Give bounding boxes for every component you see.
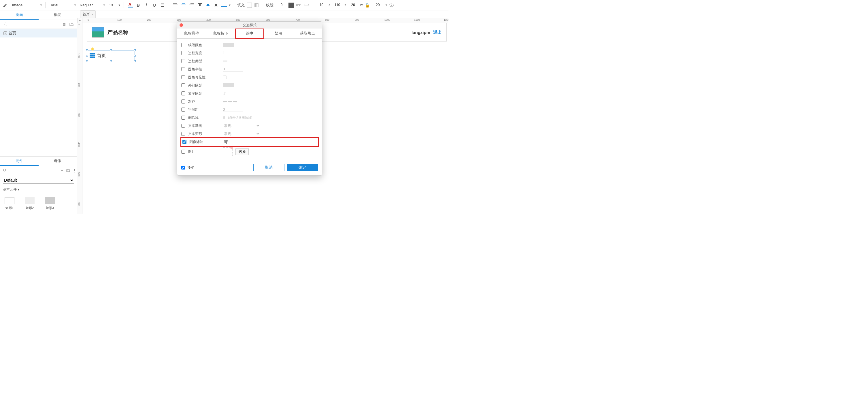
logo-icon [92,27,104,37]
widgets-search-input[interactable] [9,168,58,173]
italic-button[interactable]: I [143,2,150,9]
font-color-button[interactable] [127,2,134,9]
valign-middle-button[interactable] [204,2,211,9]
prop-text-transform-check[interactable] [181,132,185,136]
prop-label: 文本变形 [188,131,220,136]
edit-icon[interactable] [2,2,9,9]
prop-line-color-check[interactable] [181,43,185,47]
prop-label: 边框宽度 [188,51,220,56]
corner-visibility-icon[interactable] [223,75,227,79]
prop-corner-visibility-check[interactable] [181,75,185,79]
visibility-button[interactable] [388,2,395,9]
h-input[interactable] [372,2,383,8]
prop-image-filter-check[interactable] [182,140,186,144]
color-swatch[interactable] [223,43,234,47]
valign-bottom-button[interactable] [212,2,219,9]
tab-selected[interactable]: 选中 [235,29,264,38]
strikethrough-icon[interactable]: S [223,116,225,120]
ruler-corner[interactable]: ✦ [77,18,83,23]
align-center-icon[interactable] [228,100,232,103]
rotation-handle[interactable] [91,47,94,51]
library-select[interactable]: Default [3,177,74,184]
bold-button[interactable]: B [135,2,142,9]
underline-button[interactable]: U [151,2,158,9]
stroke-width-input[interactable] [276,2,287,8]
text-baseline-select[interactable]: 常规 [223,123,260,128]
tab-focus[interactable]: 获取焦点 [293,29,322,38]
dialog-titlebar[interactable]: 交互样式 [177,22,322,29]
tab-disabled[interactable]: 禁用 [264,29,293,38]
prop-outer-shadow-check[interactable] [181,83,185,87]
font-weight-dropdown[interactable]: Regular [78,1,102,9]
add-page-button[interactable]: ⊞ [61,21,67,27]
tab-masters[interactable]: 母版 [39,156,77,166]
shape-rect3[interactable]: 矩形3 [45,197,55,210]
shape-rect1[interactable]: 矩形1 [5,197,14,210]
line-style-button[interactable] [220,2,227,9]
element-type-dropdown[interactable]: Image [10,1,39,9]
prop-border-type-check[interactable] [181,59,185,63]
prop-corner-radius-check[interactable] [181,67,185,71]
sliders-icon[interactable] [224,140,228,143]
x-input[interactable] [316,2,328,8]
font-size-dropdown[interactable]: 13 [106,1,117,9]
prop-text-baseline-check[interactable] [181,124,185,128]
tab-widgets[interactable]: 元件 [0,156,39,166]
prop-text-shadow-check[interactable] [181,91,185,95]
border-width-input[interactable] [223,51,243,55]
page-item-home[interactable]: ≡ 首页 [0,29,77,37]
image-select-button[interactable]: 选择 [236,148,249,155]
shape-rect2[interactable]: 矩形2 [25,197,35,210]
canvas-tab-home[interactable]: 首页 × [80,10,96,18]
tab-mousedown[interactable]: 鼠标按下 [206,29,235,38]
selected-widget[interactable]: 首页 [87,50,135,61]
close-icon[interactable]: × [91,13,93,16]
logout-link[interactable]: 退出 [433,30,442,35]
prop-letter-spacing-check[interactable] [181,108,185,112]
align-center-button[interactable] [180,2,187,9]
border-type-icon[interactable] [223,60,227,63]
add-library-button[interactable]: ＋ [60,168,64,173]
cancel-button[interactable]: 取消 [253,164,284,171]
strikethrough-hint: (点击切换删除线) [228,116,252,120]
tab-outline[interactable]: 概要 [39,10,77,20]
align-left-icon[interactable] [223,100,227,103]
text-transform-select[interactable]: 常规 [223,131,260,136]
arrows-button[interactable] [303,2,310,9]
selected-widget-icon [90,53,95,58]
library-stack-icon[interactable] [66,168,70,173]
lock-aspect-button[interactable]: 🔒 [364,2,371,9]
bullet-list-button[interactable]: ☰ [159,2,166,9]
w-input[interactable] [347,2,359,8]
tab-hover[interactable]: 鼠标悬停 [177,29,206,38]
pages-search-input[interactable] [10,21,59,27]
fill-mode-button[interactable] [253,2,260,9]
folder-button[interactable] [69,21,74,27]
stroke-dash-button[interactable] [295,2,302,9]
stroke-color-swatch[interactable] [288,3,293,8]
ok-button[interactable]: 确定 [287,164,318,171]
prop-image-check[interactable] [181,150,185,154]
prop-strikethrough-check[interactable] [181,116,185,120]
align-right-icon[interactable] [233,100,237,103]
image-slot[interactable] [223,147,232,156]
text-shadow-icon[interactable]: T [223,91,226,96]
shadow-swatch[interactable] [223,83,234,87]
prop-align-check[interactable] [181,99,185,104]
username-label: langzipm [411,30,430,35]
y-input[interactable] [332,2,343,8]
align-left-button[interactable] [172,2,179,9]
valign-top-button[interactable] [196,2,203,9]
fill-swatch[interactable] [247,3,252,8]
close-dot-icon[interactable] [180,23,183,27]
library-section-basic[interactable]: 基本元件 ▾ [0,185,77,194]
corner-radius-input[interactable] [223,67,243,71]
tab-pages[interactable]: 页面 [0,10,39,20]
letter-spacing-input[interactable] [223,107,243,112]
more-button[interactable]: ⋮ [73,168,76,173]
preview-check[interactable] [181,166,185,170]
font-family-dropdown[interactable]: Arial [49,1,73,9]
ruler-vertical[interactable]: 0100200300400500600 [77,23,83,214]
prop-border-width-check[interactable] [181,51,185,55]
align-right-button[interactable] [188,2,195,9]
